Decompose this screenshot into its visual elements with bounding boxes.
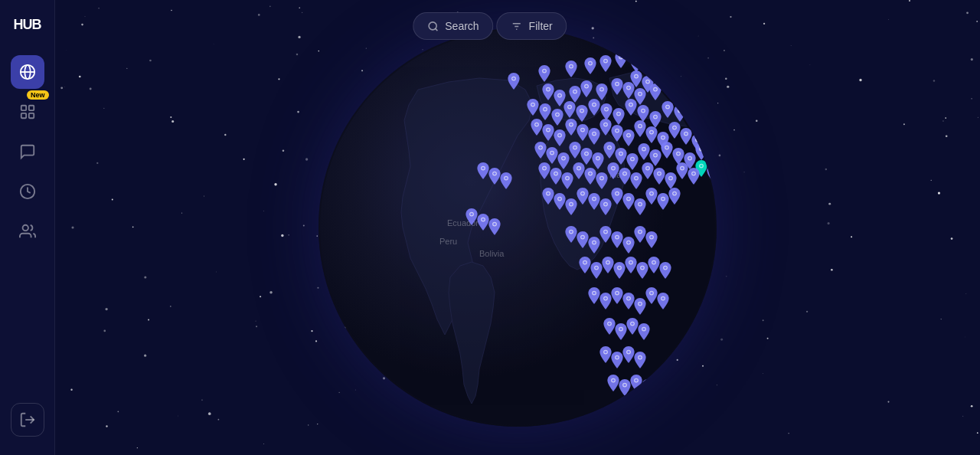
sidebar-item-globe[interactable] [11, 55, 44, 89]
filter-icon [511, 21, 523, 32]
filter-button[interactable]: Filter [497, 12, 567, 40]
search-button[interactable]: Search [413, 12, 493, 40]
sidebar-item-chat[interactable] [11, 135, 44, 169]
logo-text: HUB [14, 17, 41, 33]
search-icon [427, 21, 439, 32]
logout-icon [19, 411, 36, 428]
logo: HUB [11, 12, 44, 37]
sidebar-item-apps[interactable]: New [11, 95, 44, 129]
team-icon [19, 223, 36, 240]
svg-rect-3 [21, 106, 25, 110]
svg-rect-5 [21, 113, 25, 118]
svg-text:Mali: Mali [609, 170, 625, 179]
sidebar-item-clock[interactable] [11, 175, 44, 208]
svg-text:Ecuador: Ecuador [447, 218, 479, 228]
globe-icon [19, 64, 36, 80]
svg-rect-4 [28, 106, 33, 110]
chat-icon [19, 143, 36, 160]
sidebar: HUB New [0, 0, 55, 455]
sidebar-bottom [11, 403, 44, 443]
top-bar: Search Filter [413, 12, 567, 40]
new-badge: New [27, 90, 49, 100]
apps-icon [19, 103, 36, 120]
clock-icon [19, 183, 36, 200]
search-label: Search [445, 20, 479, 32]
svg-line-11 [436, 28, 438, 31]
svg-rect-6 [28, 113, 33, 118]
sidebar-item-team[interactable] [11, 214, 44, 248]
svg-text:Peru: Peru [439, 237, 457, 246]
filter-label: Filter [529, 20, 553, 32]
logout-button[interactable] [11, 403, 44, 437]
globe-map: Mali Ecuador Peru Bolivia [318, 28, 717, 427]
svg-text:Bolivia: Bolivia [479, 249, 505, 258]
svg-point-10 [429, 21, 436, 29]
svg-point-8 [22, 225, 28, 231]
globe-container: Mali Ecuador Peru Bolivia [55, 0, 980, 455]
nav-items: New [11, 55, 44, 403]
globe[interactable]: Mali Ecuador Peru Bolivia [318, 28, 717, 427]
